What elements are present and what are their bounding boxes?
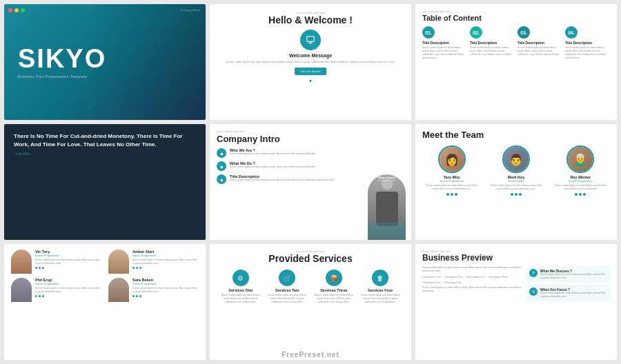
quote-author: - Indy Film [14, 152, 196, 156]
team-title: Meet the Team [422, 130, 610, 140]
toc-num-1: 01. [422, 26, 435, 39]
service-desc-2: Donec mattis ligula non diam finibus auc… [266, 294, 309, 304]
intro-item-text-3: Donec mattis ligula non diam finibus auc… [230, 179, 335, 182]
service-item-2: 🛒 Services Two Donec mattis ligula non d… [266, 270, 309, 304]
bp-list-4: Description Five [444, 276, 462, 279]
intro-icon-2: ◆ [217, 161, 226, 171]
tl-role-3: Senior Programmer [35, 282, 101, 285]
slide-provided-services: Insert subtitle right here Provided Serv… [210, 244, 411, 360]
bp-right-column: ☰ What We Discuss ? Donec mattis ligula … [526, 266, 610, 303]
service-name-3: Services Three [313, 288, 355, 292]
tl-role-2: Senior Programmer [132, 254, 199, 257]
member-text-1: Donec mattis ligula non diam finibus auc… [422, 184, 481, 191]
bp-list-3: Description Two [422, 281, 441, 284]
bp-list-2: Description Four [466, 276, 485, 279]
toc-title-3: Title Description [518, 41, 562, 45]
team-member-3: 👨‍🦳 Ray Weiner Senior Programmer Donec m… [551, 145, 610, 196]
service-name-1: Services One [219, 288, 262, 292]
tl-dots-2 [132, 267, 199, 269]
toc-title-1: Title Description [422, 41, 467, 45]
tl-desc-4: Donec mattis ligula non diam finibus auc… [132, 287, 199, 294]
toc-title: Table of Content [422, 14, 610, 22]
services-title: Provided Services [219, 253, 402, 264]
service-icon-3: 📦 [326, 270, 342, 286]
service-name-4: Services Four [359, 288, 402, 292]
member-text-3: Donec mattis ligula non diam finibus auc… [551, 184, 610, 191]
member-text-2: Donec mattis ligula non diam finibus auc… [486, 184, 545, 191]
service-item-3: 📦 Services Three Donec mattis ligula non… [313, 270, 355, 304]
tl-dots-4 [132, 295, 199, 297]
toc-text-2: Donec mattis ligula non diam finibus auc… [470, 46, 515, 57]
person-silhouette: Magna Starle Counselor CEO [368, 174, 406, 240]
slide-quote: There Is No Time For Cut-and-dried Monet… [4, 124, 206, 240]
member-dots-1 [422, 193, 481, 196]
service-item-1: ⚙ Services One Donec mattis ligula non d… [219, 270, 262, 304]
tl-role-1: Senior Programmer [35, 254, 101, 257]
service-item-4: 🗑 Services Four Donec mattis ligula non … [359, 270, 402, 304]
slide-business-preview: Insert subtitle right here Business Prev… [415, 244, 617, 360]
tl-role-4: Senior Programmer [132, 282, 199, 285]
team-member-2: 👨 Mark Key Team Leader Donec mattis ligu… [486, 145, 545, 196]
toc-text-1: Donec mattis ligula non diam finibus auc… [422, 46, 467, 60]
toc-num-2: 02. [470, 26, 482, 39]
welcome-text: Donec mattis ligula non diam finibus auc… [226, 60, 395, 64]
bp-sub-text: Donec mattis ligula non diam finibus auc… [422, 286, 522, 294]
bp-list: Description One Description Five Descrip… [422, 276, 522, 284]
member-role-1: Senior Programmer [422, 179, 481, 183]
bp-list-6: Description Six [444, 281, 462, 284]
svg-rect-0 [307, 37, 315, 42]
slide-meet-the-team: Meet the Team 👩 Tara Mou Senior Programm… [415, 124, 617, 240]
slide-team-list: Vic Tory Senior Programmer Donec mattis … [4, 244, 206, 360]
tl-dots-1 [35, 267, 101, 269]
slide-company-intro: Insert subtitle right here Company Intro… [210, 124, 411, 240]
team-list-avatar-4 [108, 278, 129, 302]
toc-text-4: Donec mattis ligula non diam finibus auc… [565, 46, 610, 60]
intro-item-1: ◆ Who We Are ? Donec mattis ligula non d… [217, 148, 404, 158]
tl-dots-3 [35, 295, 101, 297]
team-list-avatar-1 [11, 250, 32, 274]
lets-get-started-button[interactable]: Lets Get Started [295, 68, 326, 75]
dot-red [8, 8, 12, 12]
bp-card-text-2: Donec mattis ligula non diam finibus auc… [540, 292, 607, 299]
bp-left-column: Donec mattis ligula non diam finibus auc… [422, 266, 522, 303]
member-dots-3 [551, 193, 610, 196]
slide-grid: Company Name SIKYO Business Plan Present… [0, 0, 621, 364]
toc-item-3: 03. Title Description Donec mattis ligul… [518, 26, 562, 60]
slide-hello-welcome: Insert subtitle right here Hello & Welco… [210, 4, 411, 120]
services-grid: ⚙ Services One Donec mattis ligula non d… [219, 270, 402, 304]
bp-list-1: Description One [422, 276, 441, 279]
toc-item-1: 01. Title Description Donec mattis ligul… [422, 26, 467, 60]
intro-item-2: ◆ What We Do ? Donec mattis ligula non d… [217, 161, 404, 171]
toc-items-container: 01. Title Description Donec mattis ligul… [422, 26, 610, 60]
bp-card-icon-2: ⚙ [529, 287, 538, 296]
bp-card-1: ☰ What We Discuss ? Donec mattis ligula … [526, 266, 610, 283]
bp-card-icon-1: ☰ [529, 269, 538, 277]
team-members-container: 👩 Tara Mou Senior Programmer Donec matti… [422, 145, 610, 196]
service-desc-4: Donec mattis ligula non diam finibus auc… [359, 294, 402, 304]
service-icon-4: 🗑 [372, 270, 388, 286]
toc-title-2: Title Description [470, 41, 515, 45]
quote-text: There Is No Time For Cut-and-dried Monet… [14, 132, 196, 149]
dot-yellow [14, 8, 19, 12]
member-avatar-3: 👨‍🦳 [566, 145, 594, 173]
slide3-header: Insert subtitle right here [422, 10, 610, 13]
person-role: Counselor CEO [378, 179, 395, 182]
bp-card-2: ⚙ What Our Focus ? Donec mattis ligula n… [526, 285, 610, 301]
slide-table-of-content: Insert subtitle right here Table of Cont… [415, 4, 617, 120]
service-icon-1: ⚙ [233, 270, 249, 286]
welcome-icon [300, 30, 321, 50]
service-name-2: Services Two [266, 288, 309, 292]
member-role-3: Senior Programmer [551, 179, 610, 183]
slide5-header: Insert subtitle right here [217, 130, 404, 133]
bp-title: Business Preview [422, 253, 610, 263]
tl-desc-3: Donec mattis ligula non diam finibus auc… [35, 287, 101, 294]
window-dots [8, 8, 25, 12]
toc-item-4: 04. Title Description Donec mattis ligul… [565, 26, 610, 60]
service-desc-1: Donec mattis ligula non diam finibus auc… [219, 294, 262, 304]
team-list-avatar-3 [11, 278, 32, 302]
member-dots-2 [486, 193, 545, 196]
member-role-2: Team Leader [486, 179, 545, 183]
company-name-label: Company Name [180, 8, 200, 12]
intro-item-text-1: Donec mattis ligula non diam finibus auc… [230, 152, 316, 156]
hello-title: Hello & Welcome ! [268, 14, 353, 26]
